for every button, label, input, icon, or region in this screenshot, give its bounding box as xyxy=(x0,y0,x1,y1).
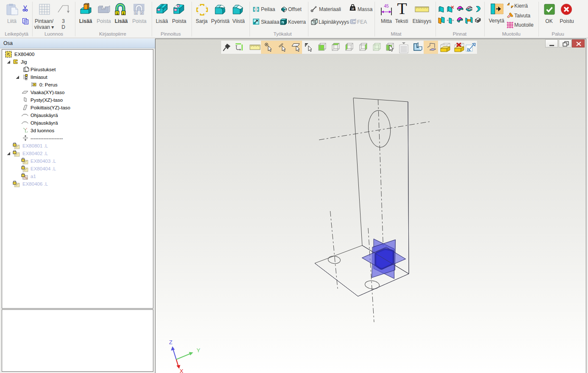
svg-text:10: 10 xyxy=(351,7,355,10)
svg-text:T: T xyxy=(397,2,407,15)
svg-text:X: X xyxy=(180,368,183,373)
svg-text:Z: Z xyxy=(169,339,172,345)
svg-text:2: 2 xyxy=(122,11,125,15)
svg-text:2: 2 xyxy=(141,11,143,14)
svg-text:45: 45 xyxy=(384,4,389,8)
svg-text:Y: Y xyxy=(197,347,200,354)
svg-text:1: 1 xyxy=(135,11,137,14)
svg-text:1: 1 xyxy=(116,11,118,15)
